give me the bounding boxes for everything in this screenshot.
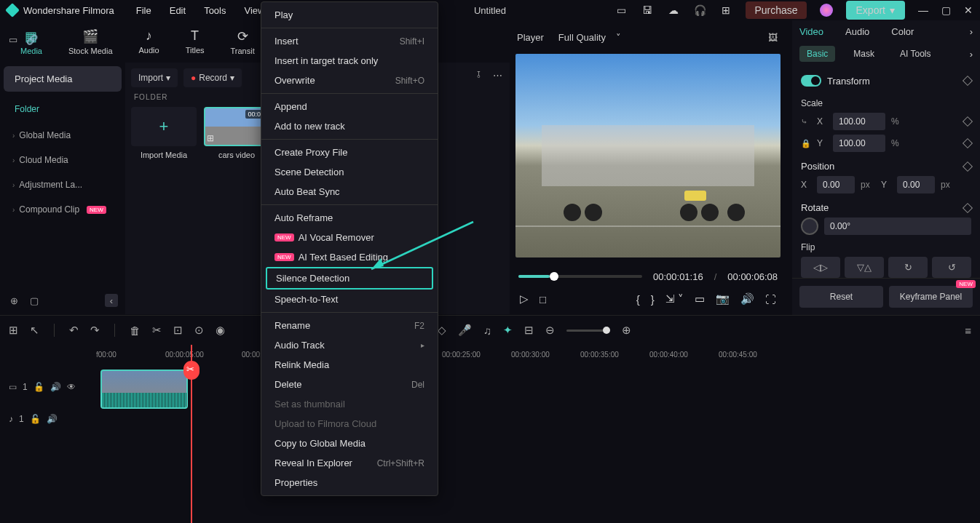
mute-icon[interactable]: 🔊	[47, 414, 58, 424]
link-icon[interactable]: ⤷	[801, 117, 811, 127]
visibility-icon[interactable]: 👁	[67, 382, 76, 392]
rotate-knob[interactable]	[801, 217, 818, 235]
menu-edit[interactable]: Edit	[170, 5, 186, 16]
sidebar-item-compound[interactable]: ›Compound ClipNEW	[4, 197, 122, 222]
scale-y-input[interactable]	[833, 135, 885, 152]
save-icon[interactable]: 🖫	[641, 4, 654, 17]
tab-titles[interactable]: TTitles	[173, 24, 218, 59]
grid-icon[interactable]: ⊞	[9, 324, 18, 337]
cut-icon[interactable]: ✂	[152, 324, 162, 337]
preview-viewport[interactable]	[515, 54, 781, 257]
cm-relink[interactable]: Relink Media	[261, 355, 438, 375]
mic-icon[interactable]: 🎤	[458, 324, 472, 337]
link-icon[interactable]: 🔗	[26, 34, 38, 45]
keyframe-icon[interactable]	[963, 116, 973, 127]
keyframe-icon[interactable]	[963, 138, 973, 148]
sidebar-header[interactable]: Project Media	[4, 66, 122, 92]
props-tab-audio[interactable]: Audio	[845, 26, 869, 37]
zoom-slider[interactable]	[566, 330, 610, 332]
list-view-icon[interactable]: ≡	[965, 324, 971, 337]
tab-stock-media[interactable]: 🎬Stock Media	[55, 24, 126, 60]
keyframe-panel-button[interactable]: Keyframe PanelNEW	[889, 286, 973, 308]
lock-icon[interactable]: 🔒	[801, 139, 811, 148]
lock-icon[interactable]: 🔓	[30, 414, 41, 424]
transform-toggle[interactable]	[801, 75, 821, 87]
more-icon[interactable]: ⋯	[491, 68, 504, 81]
quality-dropdown[interactable]: Full Quality ˅	[558, 32, 621, 43]
avatar-icon[interactable]	[820, 4, 833, 17]
pos-y-input[interactable]	[897, 176, 935, 193]
scale-x-input[interactable]	[833, 113, 885, 130]
keyframe-icon[interactable]	[963, 161, 973, 171]
timeline-ruler[interactable]: f00:00 00:00:05:00 00:00:10:00 00:00:25:…	[96, 345, 980, 365]
rotate-ccw-button[interactable]: ↺	[932, 257, 971, 278]
cm-rename[interactable]: RenameF2	[261, 316, 438, 335]
cursor-icon[interactable]: ↖	[30, 324, 39, 337]
sidebar-item-adjustment[interactable]: ›Adjustment La...	[4, 172, 122, 197]
cm-ai-vocal[interactable]: NEWAI Vocal Remover	[261, 228, 438, 247]
cm-auto-reframe[interactable]: Auto Reframe	[261, 208, 438, 228]
mark-out-icon[interactable]: }	[651, 293, 655, 306]
menu-file[interactable]: File	[136, 5, 151, 16]
filter-icon[interactable]: ⫱	[472, 68, 485, 81]
import-media-card[interactable]: + Import Media	[131, 107, 197, 159]
cm-ai-text[interactable]: NEWAI Text Based Editing	[261, 247, 438, 267]
sidebar-item-cloud[interactable]: ›Cloud Media	[4, 148, 122, 172]
keyframe-icon[interactable]	[963, 76, 973, 86]
cm-insert-target[interactable]: Insert in target track only	[261, 51, 438, 71]
bookmark-icon[interactable]: ◇	[438, 324, 446, 337]
tab-audio[interactable]: ♪Audio	[126, 24, 173, 59]
cm-insert[interactable]: InsertShift+I	[261, 31, 438, 51]
delete-icon[interactable]: 🗑	[130, 324, 141, 337]
cm-properties[interactable]: Properties	[261, 473, 438, 492]
export-button[interactable]: Export▾	[846, 1, 905, 20]
mark-in-icon[interactable]: {	[636, 293, 640, 306]
media-clip-card[interactable]: 00:00 ⊞ cars video	[204, 107, 269, 159]
zoom-out-icon[interactable]: ⊖	[545, 324, 555, 337]
chevron-right-icon[interactable]: ›	[970, 26, 973, 37]
headphone-icon[interactable]: 🎧	[693, 4, 706, 17]
cloud-icon[interactable]: ☁	[667, 4, 680, 17]
subtab-mask[interactable]: Mask	[846, 46, 882, 62]
audio-track-header[interactable]: ♪1 🔓 🔊	[0, 407, 96, 431]
props-tab-video[interactable]: Video	[799, 26, 823, 37]
monitor-icon[interactable]: ▭	[695, 292, 705, 306]
play-icon[interactable]: ▷	[520, 292, 529, 306]
scrubber[interactable]	[518, 275, 642, 278]
minimize-icon[interactable]: —	[918, 4, 928, 16]
cm-scene-detection[interactable]: Scene Detection	[261, 162, 438, 182]
cm-overwrite[interactable]: OverwriteShift+O	[261, 71, 438, 90]
folder-icon[interactable]: ▢	[28, 294, 41, 307]
cm-play[interactable]: Play	[261, 5, 438, 25]
color-icon[interactable]: ◉	[216, 324, 225, 337]
mute-icon[interactable]: 🔊	[50, 382, 61, 392]
effects-icon[interactable]: ✦	[503, 324, 513, 337]
device-icon[interactable]: ▭	[615, 4, 628, 17]
folder-label[interactable]: Folder	[4, 95, 122, 123]
volume-icon[interactable]: 🔊	[740, 292, 754, 306]
cm-copy-global[interactable]: Copy to Global Media	[261, 434, 438, 453]
record-button[interactable]: ● Record ▾	[183, 68, 242, 87]
lock-icon[interactable]: 🔓	[33, 382, 44, 392]
music-icon[interactable]: ♫	[483, 324, 491, 337]
split-icon[interactable]: ⊟	[524, 324, 534, 337]
cm-create-proxy[interactable]: Create Proxy File	[261, 143, 438, 162]
maximize-icon[interactable]: ▢	[941, 4, 951, 16]
close-icon[interactable]: ✕	[964, 4, 973, 16]
speed-icon[interactable]: ⊙	[194, 324, 204, 337]
redo-icon[interactable]: ↷	[90, 324, 100, 337]
apps-icon[interactable]: ⊞	[719, 4, 732, 17]
flip-h-button[interactable]: ◁▷	[801, 257, 840, 278]
menu-tools[interactable]: Tools	[204, 5, 226, 16]
crop-icon[interactable]: ⇲ ˅	[665, 292, 684, 306]
cm-add-new-track[interactable]: Add to new track	[261, 116, 438, 136]
keyframe-icon[interactable]	[963, 202, 973, 212]
reset-button[interactable]: Reset	[799, 286, 883, 308]
chevron-right-icon[interactable]: ›	[970, 49, 973, 60]
props-tab-color[interactable]: Color	[891, 26, 914, 37]
snapshot-icon[interactable]: 🖼	[766, 31, 779, 44]
cm-audio-track[interactable]: Audio Track▸	[261, 335, 438, 355]
camera-icon[interactable]: 📷	[716, 292, 730, 306]
new-folder-icon[interactable]: ⊕	[7, 294, 20, 307]
clip-icon[interactable]: ▭	[9, 34, 17, 45]
